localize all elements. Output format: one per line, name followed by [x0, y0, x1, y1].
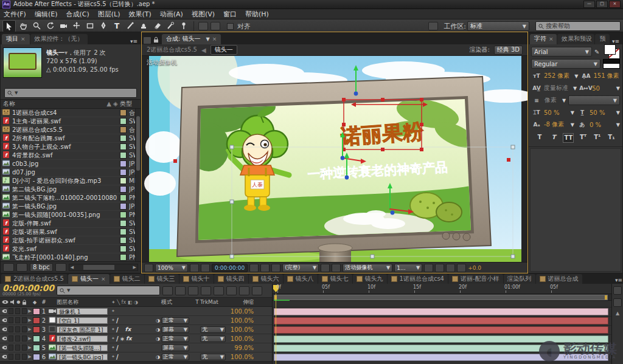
- project-item[interactable]: f定版-诺丽果.swfSWF: [1, 228, 141, 236]
- safe-margins-icon[interactable]: [190, 264, 199, 272]
- snapshot-icon[interactable]: [249, 264, 259, 272]
- type-tool[interactable]: T: [111, 20, 123, 31]
- eraser-tool[interactable]: [151, 20, 163, 31]
- panel-menu-icon[interactable]: ▾≡: [613, 277, 623, 283]
- shield-icon[interactable]: [613, 298, 622, 307]
- eyedropper-icon[interactable]: ✎: [594, 49, 602, 55]
- puppet-pin-tool[interactable]: [178, 20, 190, 31]
- project-search-input[interactable]: ▼: [4, 88, 137, 98]
- layer-name[interactable]: [修改-2.swf]: [57, 335, 111, 342]
- lock-switch[interactable]: [22, 308, 27, 314]
- lock-switch[interactable]: [22, 345, 27, 351]
- menu-item[interactable]: 图层(L): [98, 10, 120, 19]
- eye-icon[interactable]: [2, 327, 7, 332]
- timeline-tab[interactable]: 镜头八: [284, 274, 318, 284]
- flowchart-icon[interactable]: [457, 264, 466, 272]
- layer-switches[interactable]: ✦/∗fx◑: [111, 335, 161, 342]
- timeline-tab[interactable]: 渲染队列: [504, 274, 535, 284]
- 3d-switch-icon[interactable]: ◑: [156, 354, 160, 360]
- draft-3d-icon[interactable]: [175, 286, 186, 295]
- expand-arrow-icon[interactable]: ▶: [27, 309, 33, 314]
- layer-switches[interactable]: ✦/◑: [111, 317, 161, 324]
- label-color-chip[interactable]: [120, 109, 127, 116]
- tracking-value[interactable]: 50: [592, 85, 600, 92]
- project-columns-header[interactable]: 名称 ▲ ◈ 类型: [1, 99, 141, 109]
- menu-item[interactable]: 编辑(E): [35, 10, 58, 19]
- layer-label-chip[interactable]: [33, 335, 40, 342]
- project-item[interactable]: ♪DJ小可 - 爱总会回到你身边.mp3MP3: [1, 177, 141, 185]
- auto-keyframe-icon[interactable]: [239, 286, 249, 295]
- layer-row[interactable]: ▶5[第一镜头跟随...]✦/屏幕▼99.0%: [0, 343, 272, 352]
- tab-composition-viewer[interactable]: 合成: 镜头一▼×: [162, 34, 221, 44]
- brush-tool[interactable]: [124, 20, 136, 31]
- expand-arrow-icon[interactable]: ▶: [27, 354, 33, 359]
- menu-item[interactable]: 效果(T): [128, 10, 151, 19]
- quality-switch-icon[interactable]: /: [116, 326, 119, 333]
- interpret-footage-icon[interactable]: [3, 263, 14, 272]
- text-style-button[interactable]: TT: [563, 133, 574, 143]
- view-layout-dropdown[interactable]: 1...▼: [394, 264, 422, 272]
- font-family-dropdown[interactable]: Arial▼: [531, 47, 592, 57]
- hide-shy-layers-icon[interactable]: [188, 286, 198, 295]
- mask-visibility-icon[interactable]: [201, 264, 210, 272]
- quality-switch-icon[interactable]: /: [116, 335, 119, 342]
- camera-tool[interactable]: [57, 20, 69, 31]
- new-folder-icon[interactable]: [16, 263, 27, 272]
- eye-icon[interactable]: [2, 318, 7, 323]
- stereo-3d-icon[interactable]: [428, 22, 438, 30]
- expand-arrow-icon[interactable]: ▶: [27, 345, 33, 350]
- timeline-tab[interactable]: 镜头九: [353, 274, 387, 284]
- vertical-scale-value[interactable]: 50 %: [544, 109, 559, 116]
- menu-item[interactable]: 合成(C): [66, 10, 89, 19]
- graph-editor-icon[interactable]: [252, 286, 262, 295]
- mode-dropdown[interactable]: 正常▼: [161, 354, 189, 360]
- layer-label-chip[interactable]: [33, 326, 40, 333]
- text-style-button[interactable]: T: [549, 133, 559, 142]
- region-of-interest-icon[interactable]: [321, 264, 330, 272]
- layer-name[interactable]: 摄像机 1: [57, 308, 111, 315]
- composition-canvas[interactable]: 人泰 诺丽果粉 一种逆转衰老的神奇产品: [142, 56, 527, 262]
- stretch-value[interactable]: 100.0%: [229, 317, 257, 324]
- label-color-chip[interactable]: [120, 152, 127, 159]
- composition-mini-flowchart-icon[interactable]: [162, 286, 173, 295]
- label-color-chip[interactable]: [120, 211, 127, 218]
- layer-label-chip[interactable]: [33, 308, 40, 315]
- audio-switch[interactable]: [9, 354, 13, 360]
- workspace-icon-2[interactable]: [211, 22, 220, 30]
- tab-effects-presets[interactable]: 效果和预设: [557, 34, 594, 44]
- timeline-tab[interactable]: 镜头二: [110, 274, 144, 284]
- layer-switches[interactable]: ✦/◑: [111, 354, 161, 360]
- stretch-value[interactable]: 100.0%: [229, 335, 257, 342]
- label-color-chip[interactable]: [120, 194, 127, 201]
- layer-label-chip[interactable]: [33, 354, 40, 360]
- view-camera-dropdown[interactable]: 活动摄像机▼: [343, 264, 392, 272]
- workspace-dropdown[interactable]: 标准▼: [467, 21, 529, 31]
- menu-item[interactable]: 动画(A): [160, 10, 183, 19]
- layer-name[interactable]: [空白 1]: [57, 317, 111, 324]
- eye-icon[interactable]: [2, 354, 7, 359]
- leading-value[interactable]: 151 像素: [593, 72, 619, 80]
- resolution-dropdown[interactable]: (完整)▼: [282, 264, 319, 272]
- label-color-chip[interactable]: [120, 220, 127, 227]
- menu-item[interactable]: 文件(F): [4, 10, 26, 19]
- layer-row[interactable]: ▶6[第一镜头BG.jpg]✦/◑正常▼无▼100.0%: [0, 352, 272, 362]
- project-item[interactable]: f1主角-诺丽果.swfSWF: [1, 117, 141, 126]
- close-icon[interactable]: ×: [212, 36, 217, 42]
- breadcrumb-current[interactable]: 镜头一: [211, 45, 237, 55]
- layer-name[interactable]: [第一镜头BG.jpg]: [57, 354, 111, 360]
- scroll-up-icon[interactable]: ▲: [616, 311, 619, 316]
- lock-switch[interactable]: [22, 326, 27, 332]
- solo-switch[interactable]: [15, 317, 20, 323]
- timeline-tab[interactable]: 1诺丽总合成cs4: [388, 274, 448, 284]
- font-size-value[interactable]: 252 像素: [544, 72, 569, 80]
- timeline-tab[interactable]: 镜头三: [145, 274, 179, 284]
- work-area-bar[interactable]: [274, 295, 608, 300]
- timeline-tab[interactable]: 镜头十: [179, 274, 214, 284]
- stroke-width-value[interactable]: 像素: [545, 96, 557, 105]
- expand-arrow-icon[interactable]: ▶: [27, 336, 33, 341]
- project-hscrollbar[interactable]: ◀▶: [69, 264, 138, 271]
- font-style-dropdown[interactable]: Regular▼: [531, 59, 600, 69]
- label-color-chip[interactable]: [120, 118, 127, 125]
- solo-switch[interactable]: [15, 326, 20, 332]
- collapse-transformations-icon[interactable]: ∗: [120, 335, 125, 342]
